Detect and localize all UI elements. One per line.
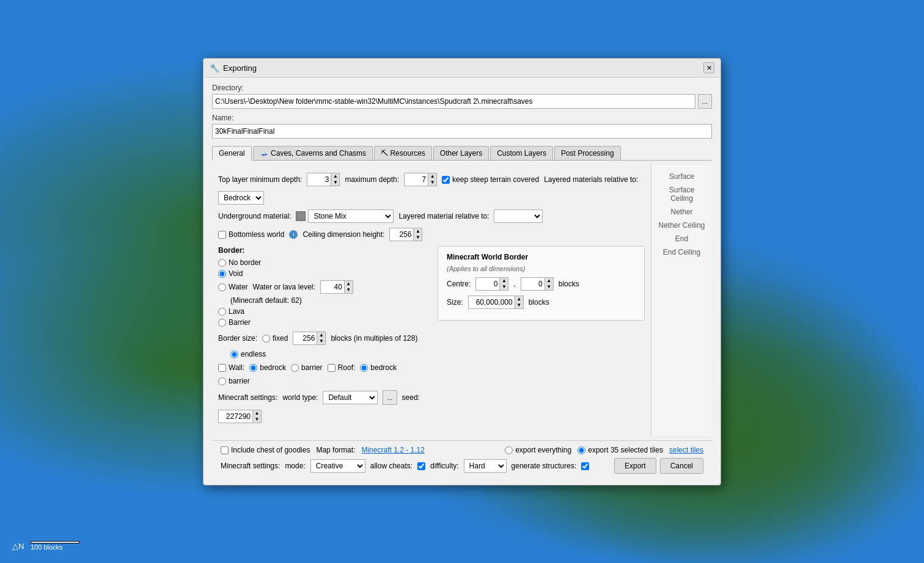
- keep-steep-label[interactable]: keep steep terrain covered: [442, 175, 539, 184]
- top-layer-min-down[interactable]: ▼: [331, 180, 339, 186]
- top-layer-min-input[interactable]: [307, 173, 331, 186]
- top-layer-max-spinner: ▲ ▼: [404, 173, 437, 186]
- name-input[interactable]: [212, 124, 712, 139]
- seed-input[interactable]: [219, 410, 252, 423]
- no-border-text: No border: [229, 258, 261, 267]
- ceiling-down[interactable]: ▼: [413, 234, 422, 241]
- no-border-option[interactable]: No border: [218, 258, 425, 267]
- size-down[interactable]: ▼: [515, 302, 523, 308]
- wall-bedrock-option[interactable]: bedrock: [249, 363, 286, 372]
- keep-steep-checkbox[interactable]: [442, 176, 450, 184]
- wall-bedrock-radio[interactable]: [249, 364, 257, 372]
- seed-label: seed:: [402, 393, 420, 402]
- layered-materials-dropdown[interactable]: Bedrock: [218, 191, 264, 205]
- ceiling-up[interactable]: ▲: [413, 228, 422, 234]
- bottomless-world-label[interactable]: Bottomless world: [218, 230, 284, 239]
- void-option[interactable]: Void: [218, 269, 425, 278]
- centre-x-input[interactable]: [476, 278, 499, 290]
- water-lava-spinner-btns: ▲ ▼: [344, 281, 353, 293]
- centre-y-up[interactable]: ▲: [544, 278, 553, 284]
- water-lava-input[interactable]: [321, 281, 344, 293]
- world-type-btn[interactable]: ...: [383, 390, 397, 405]
- panel-surface[interactable]: Surface: [654, 170, 710, 183]
- roof-checkbox-label[interactable]: Roof:: [328, 363, 356, 372]
- fixed-option[interactable]: fixed: [262, 334, 288, 343]
- info-icon[interactable]: i: [289, 230, 298, 239]
- tab-custom-layers[interactable]: Custom Layers: [490, 146, 553, 160]
- barrier-radio[interactable]: [218, 319, 226, 327]
- ceiling-dimension-input[interactable]: [390, 228, 413, 241]
- select-tiles-link[interactable]: select tiles: [669, 446, 703, 454]
- wall-barrier-radio[interactable]: [291, 364, 299, 372]
- seed-down[interactable]: ▼: [252, 416, 261, 423]
- size-input[interactable]: [469, 296, 515, 308]
- panel-nether-ceiling[interactable]: Nether Ceiling: [654, 219, 710, 231]
- wall-checkbox[interactable]: [218, 364, 226, 372]
- size-up[interactable]: ▲: [515, 296, 523, 302]
- panel-end[interactable]: End: [654, 233, 710, 245]
- bottomless-world-checkbox[interactable]: [218, 231, 226, 239]
- wall-checkbox-label[interactable]: Wall:: [218, 363, 244, 372]
- mode-dropdown[interactable]: Survival Creative Adventure Spectator: [310, 459, 365, 473]
- layered-material-relative-dropdown[interactable]: [494, 209, 543, 223]
- map-format-value[interactable]: Minecraft 1.2 - 1.12: [361, 446, 424, 454]
- export-everything-option[interactable]: export everything: [505, 446, 571, 454]
- tab-general[interactable]: General: [212, 146, 252, 161]
- include-chest-label[interactable]: Include chest of goodies: [221, 446, 310, 454]
- water-lava-down[interactable]: ▼: [344, 287, 353, 293]
- endless-radio[interactable]: [230, 351, 238, 358]
- wall-barrier-option[interactable]: barrier: [291, 363, 323, 372]
- no-border-radio[interactable]: [218, 259, 226, 267]
- allow-cheats-checkbox[interactable]: [417, 462, 425, 470]
- water-radio[interactable]: [218, 283, 226, 291]
- difficulty-dropdown[interactable]: Peaceful Easy Normal Hard: [464, 459, 507, 473]
- tab-resources[interactable]: ⛏ Resources: [374, 146, 432, 160]
- include-chest-checkbox[interactable]: [221, 446, 229, 454]
- world-type-dropdown[interactable]: Default Flat Large Biomes Amplified: [323, 391, 378, 404]
- export-everything-radio[interactable]: [505, 446, 513, 454]
- tab-other-layers[interactable]: Other Layers: [433, 146, 489, 160]
- underground-material-dropdown[interactable]: Stone Mix: [308, 209, 394, 223]
- centre-comma: ,: [513, 280, 515, 288]
- border-size-down[interactable]: ▼: [317, 338, 325, 344]
- top-layer-max-up[interactable]: ▲: [428, 173, 436, 180]
- top-layer-max-down[interactable]: ▼: [428, 180, 436, 186]
- panel-nether[interactable]: Nether: [654, 206, 710, 218]
- centre-x-up[interactable]: ▲: [499, 278, 508, 284]
- tab-post-processing[interactable]: Post Processing: [554, 146, 621, 160]
- top-layer-min-up[interactable]: ▲: [331, 173, 339, 180]
- border-size-input[interactable]: [293, 332, 317, 344]
- panel-end-ceiling[interactable]: End Ceiling: [654, 246, 710, 258]
- roof-checkbox[interactable]: [328, 364, 336, 372]
- lava-radio[interactable]: [218, 308, 226, 316]
- centre-x-down[interactable]: ▼: [499, 284, 508, 290]
- lava-option[interactable]: Lava: [218, 307, 425, 316]
- barrier-option[interactable]: Barrier: [218, 318, 425, 327]
- close-button[interactable]: ✕: [703, 62, 714, 73]
- endless-option[interactable]: endless: [230, 350, 266, 358]
- export-selected-radio[interactable]: [578, 446, 585, 454]
- void-radio[interactable]: [218, 270, 226, 278]
- fixed-radio[interactable]: [262, 335, 270, 343]
- directory-input[interactable]: [212, 94, 695, 109]
- roof-bedrock-option[interactable]: bedrock: [360, 363, 397, 372]
- right-col: Minecraft World Border (Applies to all d…: [438, 246, 645, 428]
- roof-barrier-option[interactable]: barrier: [218, 377, 250, 385]
- centre-y-down[interactable]: ▼: [544, 284, 553, 290]
- centre-y-input[interactable]: [521, 278, 544, 290]
- top-layer-max-input[interactable]: [405, 173, 428, 186]
- browse-button[interactable]: ...: [698, 94, 712, 109]
- export-button[interactable]: Export: [614, 458, 656, 474]
- roof-barrier-radio[interactable]: [218, 377, 226, 385]
- cancel-button[interactable]: Cancel: [660, 458, 703, 474]
- border-size-up[interactable]: ▲: [317, 332, 325, 338]
- water-option[interactable]: Water: [218, 283, 248, 291]
- panel-surface-ceiling[interactable]: Surface Ceiling: [654, 184, 710, 205]
- water-text: Water: [229, 283, 248, 291]
- roof-bedrock-radio[interactable]: [360, 364, 368, 372]
- seed-up[interactable]: ▲: [252, 410, 261, 416]
- water-lava-up[interactable]: ▲: [344, 281, 353, 287]
- export-selected-option[interactable]: export 35 selected tiles: [578, 446, 663, 454]
- tab-caves[interactable]: 🗻 Caves, Caverns and Chasms: [253, 146, 373, 160]
- generate-structures-checkbox[interactable]: [581, 462, 589, 470]
